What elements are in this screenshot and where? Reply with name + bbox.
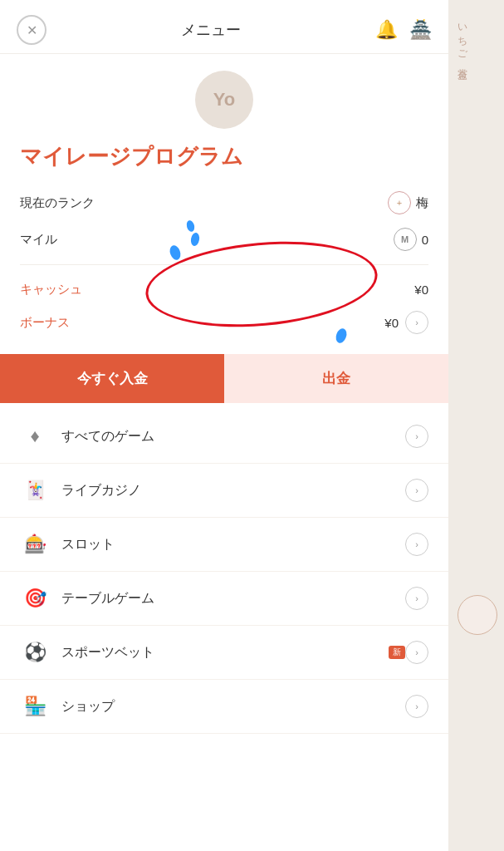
menu-item-shop[interactable]: 🏪 ショップ ›	[0, 680, 448, 734]
new-badge: 新	[389, 646, 405, 659]
deposit-button[interactable]: 今すぐ入金	[0, 354, 224, 403]
right-panel-text: いちご 賞金	[448, 0, 476, 81]
right-panel-circle	[458, 595, 497, 635]
rank-value: + 梅	[388, 191, 428, 214]
slots-chevron: ›	[405, 533, 428, 556]
menu-item-slots[interactable]: 🎰 スロット ›	[0, 518, 448, 572]
bonus-value: ¥0	[384, 316, 399, 330]
bonus-right: ¥0 ›	[384, 311, 428, 334]
avatar-area: Yo	[0, 54, 448, 129]
cash-value: ¥0	[414, 283, 428, 297]
bonus-label: ボーナス	[20, 315, 70, 331]
header: ✕ メニュー 🔔 🏯	[0, 0, 448, 54]
avatar: Yo	[195, 71, 253, 129]
miles-row: マイル M 0	[20, 221, 428, 258]
bell-icon[interactable]: 🔔	[375, 19, 398, 41]
sports-bet-chevron: ›	[405, 641, 428, 664]
slots-label: スロット	[61, 536, 405, 553]
action-buttons: 今すぐ入金 出金	[0, 354, 448, 403]
miles-value: M 0	[394, 228, 428, 251]
rank-label: 現在のランク	[20, 195, 95, 211]
bonus-chevron-button[interactable]: ›	[405, 311, 428, 334]
slots-icon: 🎰	[20, 529, 50, 559]
cash-label: キャッシュ	[20, 282, 82, 298]
menu-item-sports-bet[interactable]: ⚽ スポーツベット 新 ›	[0, 626, 448, 680]
miles-label: マイル	[20, 232, 57, 248]
home-icon[interactable]: 🏯	[409, 19, 432, 41]
bonus-row: ボーナス ¥0 ›	[20, 304, 428, 341]
info-section: 現在のランク + 梅 マイル M 0	[0, 171, 448, 258]
close-button[interactable]: ✕	[17, 15, 46, 45]
menu-item-live-casino[interactable]: 🃏 ライブカジノ ›	[0, 464, 448, 518]
cash-row: キャッシュ ¥0	[20, 275, 428, 304]
main-panel: ✕ メニュー 🔔 🏯 Yo マイレージプログラム 現在のランク + 梅 マイル	[0, 0, 448, 851]
close-icon: ✕	[27, 22, 37, 38]
rank-icon: +	[388, 191, 411, 214]
all-games-chevron: ›	[405, 425, 428, 448]
rank-text: 梅	[416, 195, 428, 211]
balance-section: キャッシュ ¥0 ボーナス ¥0 ›	[0, 272, 448, 341]
divider-1	[20, 264, 428, 265]
shop-chevron: ›	[405, 695, 428, 718]
menu-list: ♦ すべてのゲーム › 🃏 ライブカジノ › 🎰 スロット › 🎯 テーブルゲー…	[0, 403, 448, 740]
live-casino-chevron: ›	[405, 479, 428, 502]
rank-row: 現在のランク + 梅	[20, 184, 428, 221]
menu-item-all-games[interactable]: ♦ すべてのゲーム ›	[0, 410, 448, 464]
table-games-icon: 🎯	[20, 583, 50, 613]
miles-text: 0	[422, 233, 428, 247]
live-casino-label: ライブカジノ	[61, 482, 405, 499]
all-games-icon: ♦	[20, 421, 50, 451]
shop-label: ショップ	[61, 698, 405, 716]
live-casino-icon: 🃏	[20, 475, 50, 505]
table-games-chevron: ›	[405, 587, 428, 610]
shop-icon: 🏪	[20, 691, 50, 721]
sports-bet-icon: ⚽	[20, 637, 50, 667]
all-games-label: すべてのゲーム	[61, 428, 405, 445]
menu-title: メニュー	[181, 20, 241, 40]
avatar-initials: Yo	[213, 89, 235, 111]
menu-item-table-games[interactable]: 🎯 テーブルゲーム ›	[0, 572, 448, 626]
mile-icon: M	[394, 228, 417, 251]
page-title: マイレージプログラム	[0, 129, 448, 171]
right-panel: いちご 賞金	[448, 0, 504, 851]
header-icons: 🔔 🏯	[375, 19, 432, 41]
table-games-label: テーブルゲーム	[61, 590, 405, 608]
sports-bet-label: スポーツベット	[61, 644, 384, 662]
withdraw-button[interactable]: 出金	[224, 354, 448, 403]
